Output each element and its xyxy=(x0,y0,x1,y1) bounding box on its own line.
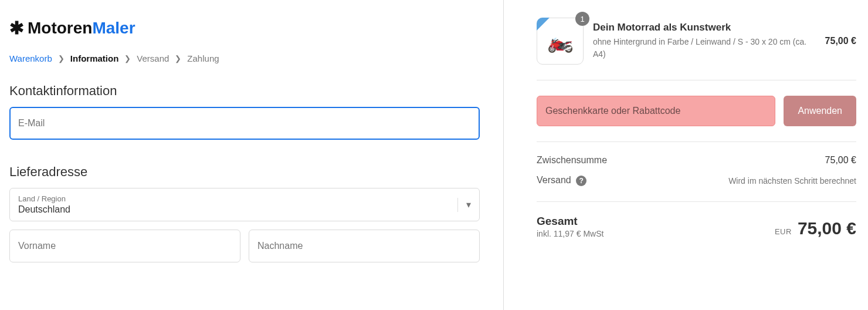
item-price: 75,00 € xyxy=(825,36,856,46)
contact-heading: Kontaktinformation xyxy=(9,83,480,99)
subtotal-label: Zwischensumme xyxy=(537,155,607,166)
shipping-heading: Lieferadresse xyxy=(9,164,480,180)
chevron-right-icon: ❯ xyxy=(175,54,181,63)
item-thumbnail: 🏍️ xyxy=(537,18,584,65)
total-value: 75,00 € xyxy=(798,218,856,238)
lastname-field[interactable] xyxy=(249,230,480,262)
breadcrumb-payment: Zahlung xyxy=(187,53,219,63)
tax-line: inkl. 11,97 € MwSt xyxy=(537,229,603,238)
motorbike-icon: 🏍️ xyxy=(547,29,574,53)
breadcrumb-information: Information xyxy=(70,53,119,63)
item-title: Dein Motorrad als Kunstwerk xyxy=(593,22,816,33)
shipping-value: Wird im nächsten Schritt berechnet xyxy=(728,176,856,186)
chevron-down-icon: ▾ xyxy=(457,198,471,212)
asterisk-icon: ✱ xyxy=(9,18,24,38)
logo-part2: Maler xyxy=(92,19,135,38)
total-label: Gesamt xyxy=(537,215,603,228)
apply-discount-button[interactable]: Anwenden xyxy=(784,96,856,126)
logo-part1: Motoren xyxy=(28,19,92,38)
breadcrumb-cart[interactable]: Warenkorb xyxy=(9,53,52,63)
breadcrumb: Warenkorb ❯ Information ❯ Versand ❯ Zahl… xyxy=(9,53,480,63)
country-label: Land / Region xyxy=(18,194,471,203)
chevron-right-icon: ❯ xyxy=(58,54,65,63)
brand-logo: ✱ MotorenMaler xyxy=(9,18,480,38)
breadcrumb-shipping: Versand xyxy=(137,53,169,63)
email-field[interactable] xyxy=(9,107,480,140)
subtotal-value: 75,00 € xyxy=(825,155,856,166)
currency-label: EUR xyxy=(775,227,792,236)
chevron-right-icon: ❯ xyxy=(124,54,131,63)
item-subtitle: ohne Hintergrund in Farbe / Leinwand / S… xyxy=(593,36,816,60)
order-summary: 🏍️ 1 Dein Motorrad als Kunstwerk ohne Hi… xyxy=(503,0,868,310)
cart-item: 🏍️ 1 Dein Motorrad als Kunstwerk ohne Hi… xyxy=(537,18,856,80)
help-icon[interactable]: ? xyxy=(576,176,586,186)
quantity-badge: 1 xyxy=(575,12,589,26)
discount-code-field[interactable] xyxy=(537,96,775,126)
country-select[interactable]: Land / Region Deutschland ▾ xyxy=(9,188,480,221)
country-value: Deutschland xyxy=(18,204,471,215)
firstname-field[interactable] xyxy=(9,230,240,262)
shipping-label: Versand ? xyxy=(537,175,586,186)
